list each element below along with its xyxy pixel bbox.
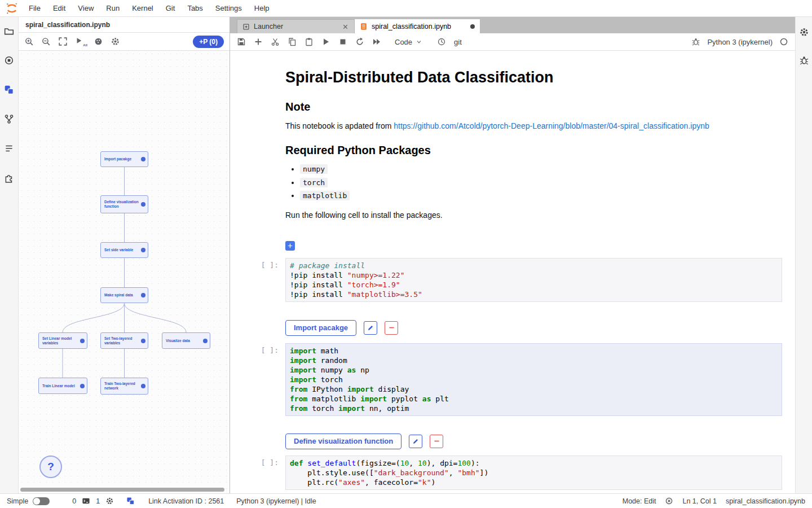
terminal-icon[interactable] — [82, 497, 90, 505]
git-sidebar-icon[interactable] — [4, 114, 14, 124]
menu-help[interactable]: Help — [248, 0, 276, 16]
code-editor-imports[interactable]: import mathimport randomimport numpy as … — [285, 343, 782, 416]
copy-cell-icon[interactable] — [288, 37, 297, 46]
unsaved-changes-dot[interactable] — [470, 24, 475, 29]
pipeline-node-make-spiral-data[interactable]: Make spiral data — [100, 287, 148, 303]
kernels-count[interactable]: 1 — [96, 497, 100, 505]
node-status-icon — [141, 157, 145, 161]
tab-notebook[interactable]: spiral_classification.ipynb — [355, 19, 480, 33]
menu-git[interactable]: Git — [160, 0, 182, 16]
cut-cell-icon[interactable] — [271, 37, 280, 46]
running-sessions-icon[interactable] — [4, 55, 14, 65]
kernel-status-icon[interactable] — [779, 37, 788, 46]
link-activation-status: Link Activation ID : 2561 — [148, 497, 224, 505]
simple-mode-toggle[interactable] — [33, 497, 50, 505]
stop-kernel-icon[interactable] — [338, 37, 347, 46]
run-all-button[interactable]: All — [75, 37, 86, 46]
cell-prompt: [ ]: — [242, 456, 285, 490]
menu-kernel[interactable]: Kernel — [126, 0, 160, 16]
menu-view[interactable]: View — [72, 0, 100, 16]
pipeline-node-import-package[interactable]: Import pacakge — [100, 151, 148, 167]
cursor-position[interactable]: Ln 1, Col 1 — [682, 497, 716, 505]
cell-type-value: Code — [395, 38, 412, 46]
note-heading: Note — [285, 100, 782, 113]
table-of-contents-icon[interactable] — [4, 143, 14, 154]
debugger-bug-icon[interactable] — [691, 37, 700, 46]
notifications-off-icon[interactable] — [665, 497, 673, 505]
install-instruction: Run the following cell to install the pa… — [285, 209, 782, 221]
close-icon[interactable] — [342, 23, 349, 30]
node-status-icon — [141, 384, 145, 388]
pipeline-node-train-two-layered[interactable]: Train Two-layered network — [100, 378, 148, 395]
toggle-knob — [33, 498, 40, 505]
pencil-icon — [367, 324, 374, 331]
pipeline-panel-title: spiral_classification.ipynb — [19, 17, 230, 33]
pipeline-run-counter-button[interactable]: +P (0) — [193, 36, 224, 48]
menu-settings[interactable]: Settings — [209, 0, 248, 16]
restart-kernel-icon[interactable] — [355, 37, 364, 46]
kernel-name[interactable]: Python 3 (ipykernel) — [707, 38, 773, 46]
code-editor-set-default[interactable]: def set_default(figsize=(10, 10), dpi=10… — [285, 456, 782, 490]
pipeline-node-set-linear-model[interactable]: Set Linear model variables — [38, 332, 87, 349]
paste-cell-icon[interactable] — [304, 37, 314, 46]
run-cell-icon[interactable] — [321, 37, 330, 46]
github-link[interactable]: https://github.com/Atcold/pytorch-Deep-L… — [394, 121, 709, 130]
pipeline-node-visualize-data[interactable]: Visualize data — [162, 332, 210, 349]
menu-edit[interactable]: Edit — [47, 0, 72, 16]
zoom-out-icon[interactable] — [41, 37, 51, 46]
kernel-status-text[interactable]: Python 3 (ipykernel) | Idle — [236, 497, 316, 505]
pipeline-node-set-side-variable[interactable]: Set side variable — [100, 242, 148, 258]
markdown-cell[interactable]: Spiral-Distributed Data Classification N… — [285, 68, 782, 221]
list-item: torch — [300, 176, 782, 190]
remove-button[interactable] — [385, 321, 398, 335]
code-cell-install: [ ]: # package install!pip install "nump… — [242, 258, 782, 302]
pipeline-node-set-two-layered[interactable]: Set Two-layered variables — [100, 332, 148, 349]
terminals-count[interactable]: 0 — [72, 497, 76, 505]
define-visualization-button[interactable]: Define visualization function — [285, 433, 401, 449]
tab-launcher[interactable]: Launcher — [237, 19, 355, 33]
restart-run-all-icon[interactable] — [372, 37, 381, 46]
notebook-icon — [360, 23, 368, 30]
save-icon[interactable] — [237, 37, 246, 46]
package-name: matplotlib — [300, 191, 350, 200]
cell-prompt: [ ]: — [242, 258, 285, 302]
pipeline-panel-icon[interactable] — [4, 85, 14, 95]
insert-cell-icon[interactable] — [254, 37, 263, 46]
remove-button[interactable] — [430, 435, 443, 448]
notebook-scroll-area[interactable]: Spiral-Distributed Data Classification N… — [230, 51, 795, 493]
menu-tabs[interactable]: Tabs — [181, 0, 209, 16]
pipeline-node-define-visualization[interactable]: Define visualization function — [100, 195, 148, 213]
import-package-button[interactable]: Import pacakge — [285, 320, 356, 336]
node-label: Set Two-layered variables — [104, 336, 140, 345]
debugger-sidebar-icon[interactable] — [799, 55, 809, 65]
kernel-sessions-gear-icon[interactable] — [105, 497, 114, 505]
edit-button[interactable] — [364, 321, 377, 335]
history-clock-icon[interactable] — [437, 37, 446, 46]
pipeline-canvas[interactable]: Import pacakge Define visualization func… — [19, 51, 230, 493]
package-name: numpy — [300, 164, 328, 174]
horizontal-scrollbar[interactable] — [20, 488, 224, 492]
menu-file[interactable]: File — [23, 0, 47, 16]
node-label: Set Linear model variables — [42, 336, 79, 345]
help-button[interactable]: ? — [39, 456, 62, 478]
editor-mode[interactable]: Mode: Edit — [623, 497, 656, 505]
pipeline-node-train-linear-model[interactable]: Train Linear model — [38, 378, 87, 394]
zoom-in-icon[interactable] — [24, 37, 34, 46]
add-cell-button[interactable] — [285, 241, 295, 251]
cell-type-dropdown[interactable]: Code — [395, 38, 422, 46]
property-inspector-gear-icon[interactable] — [799, 27, 809, 37]
pipeline-status-icon[interactable] — [126, 497, 135, 505]
menu-run[interactable]: Run — [100, 0, 126, 16]
fit-view-icon[interactable] — [58, 37, 68, 46]
tab-launcher-label: Launcher — [254, 23, 283, 30]
extension-manager-icon[interactable] — [4, 173, 14, 183]
pipeline-settings-gear-icon[interactable] — [111, 37, 120, 46]
file-browser-icon[interactable] — [4, 26, 14, 36]
code-editor-install[interactable]: # package install!pip install "numpy>=1.… — [285, 258, 782, 302]
palette-icon[interactable] — [94, 37, 103, 46]
minus-icon — [433, 437, 440, 445]
git-toolbar-label[interactable]: git — [454, 38, 462, 46]
plus-icon — [287, 243, 293, 249]
edit-button[interactable] — [409, 435, 422, 448]
simple-mode-label: Simple — [7, 497, 28, 505]
